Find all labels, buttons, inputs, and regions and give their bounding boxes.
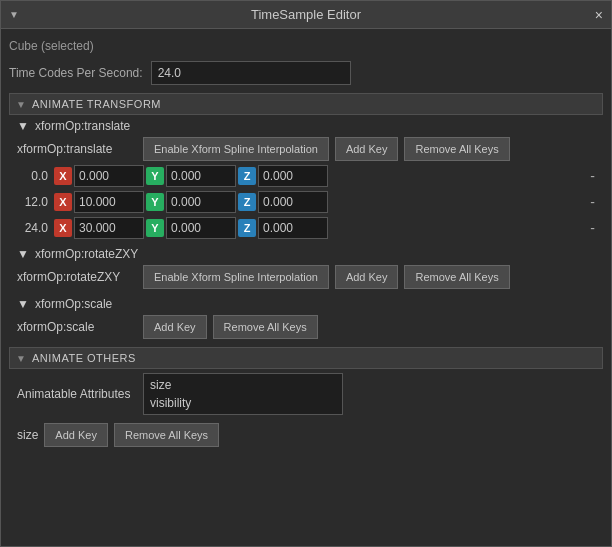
xform-scale-section: ▼ xformOp:scale xformOp:scale Add Key Re… (13, 295, 603, 341)
xform-translate-remove-all-btn[interactable]: Remove All Keys (404, 137, 509, 161)
y-input-1[interactable] (166, 191, 236, 213)
xform-translate-row-2: 24.0 X Y Z - (13, 215, 603, 241)
xform-rotate-header[interactable]: ▼ xformOp:rotateZXY (13, 245, 603, 263)
animate-others-add-key-btn[interactable]: Add Key (44, 423, 108, 447)
xform-rotate-header-label: xformOp:rotateZXY (35, 247, 138, 261)
animate-others-section: ▼ ANIMATE OTHERS Animatable Attributes s… (9, 347, 603, 449)
x-input-0[interactable] (74, 165, 144, 187)
animate-transform-title: ANIMATE TRANSFORM (32, 98, 161, 110)
xform-translate-add-key-btn[interactable]: Add Key (335, 137, 399, 161)
xform-rotate-arrow-icon: ▼ (17, 247, 29, 261)
x-input-2[interactable] (74, 217, 144, 239)
xform-translate-controls: xformOp:translate Enable Xform Spline In… (13, 135, 603, 163)
xform-translate-header-label: xformOp:translate (35, 119, 130, 133)
animate-transform-body: ▼ xformOp:translate xformOp:translate En… (13, 117, 603, 341)
xform-translate-row-0: 0.0 X Y Z - (13, 163, 603, 189)
content-area: Cube (selected) Time Codes Per Second: ▼… (1, 29, 611, 546)
time-val-1: 12.0 (17, 195, 52, 209)
xform-scale-header-label: xformOp:scale (35, 297, 112, 311)
timecode-input[interactable] (151, 61, 351, 85)
time-val-2: 24.0 (17, 221, 52, 235)
xform-translate-header[interactable]: ▼ xformOp:translate (13, 117, 603, 135)
xform-translate-prop-label: xformOp:translate (17, 142, 137, 156)
animate-others-body: Animatable Attributes size visibility si… (13, 371, 603, 449)
x-badge-1: X (54, 193, 72, 211)
xform-scale-arrow-icon: ▼ (17, 297, 29, 311)
xform-translate-row-1: 12.0 X Y Z - (13, 189, 603, 215)
title-arrow-icon: ▼ (9, 9, 19, 20)
title-bar: ▼ TimeSample Editor × (1, 1, 611, 29)
animate-transform-arrow-icon: ▼ (16, 99, 26, 110)
y-input-2[interactable] (166, 217, 236, 239)
animate-others-remove-all-btn[interactable]: Remove All Keys (114, 423, 219, 447)
xform-translate-section: ▼ xformOp:translate xformOp:translate En… (13, 117, 603, 241)
animatable-attributes-row: Animatable Attributes size visibility (13, 371, 603, 417)
x-input-1[interactable] (74, 191, 144, 213)
time-val-0: 0.0 (17, 169, 52, 183)
xform-rotate-enable-btn[interactable]: Enable Xform Spline Interpolation (143, 265, 329, 289)
x-badge-2: X (54, 219, 72, 237)
xform-scale-controls: xformOp:scale Add Key Remove All Keys (13, 313, 603, 341)
animate-others-controls: size Add Key Remove All Keys (13, 421, 603, 449)
list-item-visibility[interactable]: visibility (146, 394, 340, 412)
z-input-1[interactable] (258, 191, 328, 213)
animate-transform-section: ▼ ANIMATE TRANSFORM ▼ xformOp:translate … (9, 93, 603, 341)
z-badge-1: Z (238, 193, 256, 211)
xform-rotate-remove-all-btn[interactable]: Remove All Keys (404, 265, 509, 289)
z-input-0[interactable] (258, 165, 328, 187)
selected-attr-label: size (17, 428, 38, 442)
y-badge-1: Y (146, 193, 164, 211)
close-button[interactable]: × (595, 7, 603, 23)
z-input-2[interactable] (258, 217, 328, 239)
y-badge-2: Y (146, 219, 164, 237)
y-input-0[interactable] (166, 165, 236, 187)
window-title: TimeSample Editor (251, 7, 361, 22)
xform-scale-remove-all-btn[interactable]: Remove All Keys (213, 315, 318, 339)
z-badge-2: Z (238, 219, 256, 237)
animate-others-arrow-icon: ▼ (16, 353, 26, 364)
selected-object-label: Cube (selected) (9, 37, 603, 55)
timecode-label: Time Codes Per Second: (9, 66, 143, 80)
xform-scale-add-key-btn[interactable]: Add Key (143, 315, 207, 339)
xform-rotate-add-key-btn[interactable]: Add Key (335, 265, 399, 289)
y-badge-0: Y (146, 167, 164, 185)
z-badge-0: Z (238, 167, 256, 185)
animatable-attributes-list[interactable]: size visibility (143, 373, 343, 415)
list-item-size[interactable]: size (146, 376, 340, 394)
xform-translate-enable-btn[interactable]: Enable Xform Spline Interpolation (143, 137, 329, 161)
main-window: ▼ TimeSample Editor × Cube (selected) Ti… (0, 0, 612, 547)
remove-row-2-btn[interactable]: - (586, 220, 599, 236)
xform-scale-prop-label: xformOp:scale (17, 320, 137, 334)
xform-scale-header[interactable]: ▼ xformOp:scale (13, 295, 603, 313)
x-badge-0: X (54, 167, 72, 185)
animate-transform-header[interactable]: ▼ ANIMATE TRANSFORM (9, 93, 603, 115)
timecode-row: Time Codes Per Second: (9, 61, 603, 85)
xform-rotate-section: ▼ xformOp:rotateZXY xformOp:rotateZXY En… (13, 245, 603, 291)
animate-others-header[interactable]: ▼ ANIMATE OTHERS (9, 347, 603, 369)
animate-others-title: ANIMATE OTHERS (32, 352, 136, 364)
remove-row-0-btn[interactable]: - (586, 168, 599, 184)
remove-row-1-btn[interactable]: - (586, 194, 599, 210)
xform-rotate-controls: xformOp:rotateZXY Enable Xform Spline In… (13, 263, 603, 291)
animatable-attributes-label: Animatable Attributes (17, 387, 137, 401)
xform-translate-arrow-icon: ▼ (17, 119, 29, 133)
xform-rotate-prop-label: xformOp:rotateZXY (17, 270, 137, 284)
